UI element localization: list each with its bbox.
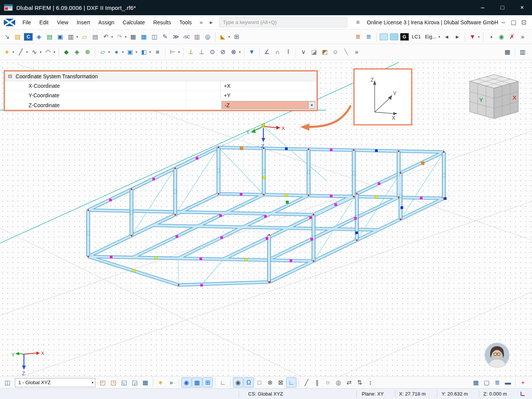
tables-toggle-icon[interactable]: ▦ [471, 377, 481, 388]
menu-item-view[interactable]: View [53, 15, 73, 30]
plane-offset-icon[interactable]: ◳ [108, 377, 119, 388]
undo-icon-caret[interactable]: ▾ [110, 35, 114, 39]
renumber-icon[interactable]: ⊞ [231, 32, 242, 42]
visibility-icon[interactable]: ◑ [486, 32, 496, 42]
keyword-search-input[interactable] [219, 17, 348, 27]
dlubal-connect-icon[interactable]: C [24, 33, 33, 41]
draw-parallel-icon[interactable]: ∥ [312, 377, 322, 388]
gallery-icon[interactable]: ▤ [44, 32, 55, 42]
ribbon-pin-icon[interactable]: ⊡ [519, 17, 529, 27]
new-table-icon[interactable]: ▦ [128, 32, 138, 42]
line-tool-icon-caret[interactable]: ▾ [25, 50, 29, 54]
script-icon[interactable]: ›SC [181, 32, 192, 42]
arc-tool-icon-caret[interactable]: ▾ [52, 50, 56, 54]
minimize-button[interactable]: – [473, 0, 492, 15]
polyline-tool-icon[interactable]: ∿ [29, 47, 40, 57]
measure-tool-icon-caret[interactable]: ▾ [177, 50, 181, 54]
dir-diag-icon[interactable]: ↕ [365, 377, 375, 388]
node-tool-icon[interactable]: ∗ [2, 47, 12, 57]
snap-magnet-toggle[interactable]: Ω [244, 377, 254, 388]
viewport-panes-icon[interactable]: ◫ [2, 377, 13, 388]
dropdown-caret-icon[interactable]: ▾ [308, 102, 315, 108]
load-case-label[interactable]: LC1 [410, 34, 423, 40]
release-icon[interactable]: ⊘ [218, 47, 228, 57]
statusbar-axes-icon[interactable] [520, 389, 526, 399]
story-upper-icon[interactable]: ≣ [353, 32, 363, 42]
draw-line-icon[interactable]: ╱ [301, 377, 312, 388]
coordinate-system-select[interactable]: 1 - Global XYZ ▾ [15, 378, 95, 387]
measure-tool-icon[interactable]: ⊢ [168, 47, 178, 57]
import-dxf-icon[interactable]: ↘ [2, 32, 12, 42]
print-icon-caret[interactable]: ▾ [75, 35, 79, 39]
story-lower-icon[interactable]: ≣ [364, 32, 374, 42]
snap-line-toggle[interactable]: ⊞ [203, 377, 213, 388]
table-manager-icon[interactable]: ▦ [139, 32, 149, 42]
tables-grid-icon[interactable]: ▦ [502, 47, 513, 57]
block-tool-icon-caret[interactable]: ▾ [148, 50, 152, 54]
save-icon[interactable]: ▣ [55, 32, 65, 42]
line-tool-icon[interactable]: ╱ [16, 47, 26, 57]
maximize-button[interactable]: □ [492, 0, 512, 15]
quick-transform-icon[interactable]: ◣ [218, 32, 228, 42]
snap-cross-toggle[interactable]: ⊗ [265, 377, 275, 388]
toolbar1-overflow-icon[interactable]: » [518, 32, 528, 42]
shading-swatch[interactable] [390, 33, 398, 40]
printout-icon[interactable]: ▥ [192, 32, 202, 42]
report-icon[interactable]: ▤ [90, 32, 100, 42]
menu-item-insert[interactable]: Insert [73, 15, 94, 30]
print-icon[interactable]: ▥ [66, 32, 76, 42]
copy-cube-icon[interactable]: ■ [152, 47, 163, 57]
rigid-link-icon-caret[interactable]: ▾ [238, 50, 242, 54]
undo-icon[interactable]: ↶ [101, 32, 111, 42]
plane-grid-icon[interactable]: ◲ [130, 377, 140, 388]
work-plane-icon[interactable]: ◰ [98, 377, 108, 388]
comment-icon[interactable]: ▱ [79, 32, 90, 42]
next-case-icon[interactable]: ▸ [452, 32, 462, 42]
z-coordinate-select[interactable]: -Z ▾ [222, 101, 315, 109]
result-diagram-icon[interactable]: ∠ [262, 47, 272, 57]
hinge-icon[interactable]: ⊙ [207, 47, 217, 57]
case-filter-icon-caret[interactable]: ▾ [477, 35, 481, 39]
snap-grid-toggle[interactable]: ▦ [192, 377, 202, 388]
eigenvalue-select[interactable]: Eig... [423, 34, 438, 40]
command-search-icon[interactable]: ≡ [353, 17, 363, 27]
solid-bar-icon[interactable]: ▬ [503, 377, 513, 388]
polyline-tool-icon-caret[interactable]: ▾ [39, 50, 43, 54]
dir-swap-icon[interactable]: ⇄ [344, 377, 354, 388]
member-set-icon[interactable]: ◈ [72, 47, 82, 57]
select-caret-icon[interactable]: ▾ [92, 380, 93, 385]
section-cut-icon[interactable]: ∩ [272, 47, 283, 57]
eigenvalue-select-caret[interactable]: ▾ [437, 35, 441, 39]
profile-icon[interactable]: I [283, 47, 293, 57]
nodal-support-icon[interactable]: ⊥ [186, 47, 196, 57]
close-button[interactable]: × [512, 0, 532, 15]
slash-tool-icon[interactable]: ╲ [341, 47, 351, 57]
export-icon[interactable]: ≫ [171, 32, 181, 42]
snap-settings-icon[interactable]: ∗ [155, 377, 166, 388]
plane-rotate-icon[interactable]: ◱ [119, 377, 129, 388]
render-cube-icon[interactable]: ◩ [320, 47, 330, 57]
check-tool-icon[interactable]: ∨ [298, 47, 309, 57]
open-model-icon[interactable]: ▨ [13, 32, 23, 42]
snap-square-toggle[interactable]: □ [254, 377, 264, 388]
ortho-toggle[interactable]: ∟ [286, 377, 296, 388]
node-tool-icon-caret[interactable]: ▾ [11, 50, 15, 54]
prev-case-icon[interactable]: ◂ [442, 32, 452, 42]
grid-small-icon[interactable]: ▥ [518, 47, 528, 57]
opening-tool-icon-caret[interactable]: ▾ [135, 50, 138, 54]
surface-tool-icon[interactable]: ▱ [98, 47, 108, 57]
line-support-icon[interactable]: ⊥ [196, 47, 207, 57]
y-coordinate-value[interactable]: +Y [221, 92, 231, 98]
ribbon-minimize-icon[interactable]: – [498, 17, 508, 27]
block-tool-icon[interactable]: ◧ [139, 47, 149, 57]
snap-box-toggle[interactable]: ⊠ [276, 377, 286, 388]
menu-item-assign[interactable]: Assign [94, 15, 119, 30]
add-user-icon[interactable]: ☺ [330, 47, 340, 57]
panel-toggle-icon[interactable]: ▢ [481, 377, 492, 388]
diagram-icon[interactable]: ◫ [149, 32, 160, 42]
menu-item-tools[interactable]: Tools [175, 15, 196, 30]
snap-node-toggle[interactable]: ◉ [181, 377, 192, 388]
member-tool-icon[interactable]: ◆ [61, 47, 71, 57]
eraser-icon[interactable]: ◪ [309, 47, 319, 57]
menubar-expand-icon[interactable]: ▸ [206, 17, 217, 27]
